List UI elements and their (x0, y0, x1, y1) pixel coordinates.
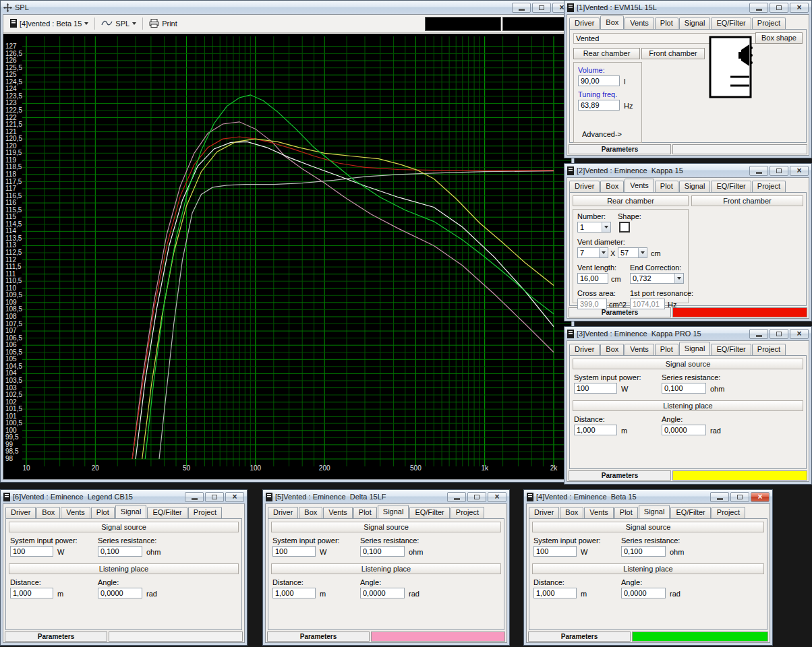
restore-button[interactable] (532, 3, 551, 13)
tab-eqfilter[interactable]: EQ/Filter (711, 344, 751, 355)
vent-diameter-combo-2[interactable]: 57 (618, 247, 647, 258)
resistance-field[interactable] (662, 383, 706, 394)
tab-vents[interactable]: Vents (625, 179, 654, 192)
angle-field[interactable] (621, 588, 666, 598)
resistance-field[interactable] (360, 546, 405, 557)
graph-type-dropdown[interactable]: SPL (98, 18, 140, 30)
tab-driver[interactable]: Driver (529, 507, 559, 518)
minimize-button[interactable] (710, 492, 729, 502)
restore-button[interactable] (770, 3, 788, 13)
tab-eqfilter[interactable]: EQ/Filter (147, 507, 187, 518)
tab-vents[interactable]: Vents (625, 18, 654, 29)
close-button[interactable]: × (790, 166, 809, 176)
vent-length-field[interactable] (577, 273, 608, 284)
tab-signal[interactable]: Signal (679, 181, 711, 192)
close-button[interactable]: × (751, 492, 770, 502)
volume-field[interactable] (578, 75, 620, 86)
tab-vents[interactable]: Vents (584, 507, 614, 518)
tab-vents[interactable]: Vents (61, 507, 90, 518)
titlebar[interactable]: [3]Vented : Eminence Kappa PRO 15 × (564, 327, 811, 340)
tab-plot[interactable]: Plot (655, 181, 678, 192)
tab-project[interactable]: Project (188, 507, 222, 518)
print-button[interactable]: Print (146, 18, 181, 30)
tab-plot[interactable]: Plot (655, 344, 678, 355)
close-button[interactable]: × (790, 329, 809, 339)
power-field[interactable] (574, 383, 617, 394)
listening-place-header[interactable]: Listening place (271, 563, 501, 574)
tab-driver[interactable]: Driver (569, 344, 600, 355)
tab-driver[interactable]: Driver (268, 507, 298, 518)
restore-button[interactable] (730, 492, 749, 502)
minimize-button[interactable] (447, 492, 466, 502)
minimize-button[interactable] (185, 492, 204, 502)
tab-box[interactable]: Box (299, 507, 322, 518)
vent-number-combo[interactable]: 1 (577, 222, 611, 233)
power-field[interactable] (272, 546, 316, 557)
vent-diameter-combo-1[interactable]: 7 (577, 247, 608, 258)
tab-plot[interactable]: Plot (614, 507, 638, 518)
tab-box[interactable]: Box (600, 344, 624, 355)
tab-driver[interactable]: Driver (569, 18, 600, 29)
distance-field[interactable] (574, 425, 617, 435)
vent-shape-square[interactable] (619, 222, 630, 233)
tab-signal[interactable]: Signal (639, 505, 670, 518)
signal-source-header[interactable]: Signal source (271, 522, 501, 532)
distance-field[interactable] (533, 588, 577, 598)
tab-project[interactable]: Project (752, 18, 786, 29)
tab-plot[interactable]: Plot (353, 507, 377, 518)
listening-place-header[interactable]: Listening place (532, 563, 764, 574)
power-field[interactable] (10, 546, 53, 557)
tab-signal[interactable]: Signal (378, 505, 409, 518)
signal-source-header[interactable]: Signal source (573, 359, 803, 369)
tab-box[interactable]: Box (36, 507, 60, 518)
tab-vents[interactable]: Vents (625, 344, 654, 355)
tab-vents[interactable]: Vents (323, 507, 353, 518)
end-correction-combo[interactable]: 0,732 (630, 273, 684, 284)
resistance-field[interactable] (98, 546, 142, 557)
tab-eqfilter[interactable]: EQ/Filter (409, 507, 449, 518)
tab-driver[interactable]: Driver (569, 181, 600, 192)
titlebar[interactable]: [6]Vented : Eminence Legend CB15 × (1, 490, 247, 503)
tab-plot[interactable]: Plot (655, 18, 678, 29)
restore-button[interactable] (467, 492, 486, 502)
distance-field[interactable] (272, 588, 316, 598)
tab-plot[interactable]: Plot (91, 507, 115, 518)
close-button[interactable]: × (488, 492, 506, 502)
titlebar[interactable]: [5]Vented : Eminence Delta 15LF × (263, 490, 509, 503)
restore-button[interactable] (770, 166, 788, 176)
rear-chamber-button[interactable]: Rear chamber (573, 48, 640, 59)
spl-chart[interactable]: 127126,5126125,5125124,5124123,5123122,5… (3, 34, 571, 479)
minimize-button[interactable] (749, 3, 768, 13)
tab-signal[interactable]: Signal (115, 505, 147, 518)
listening-place-header[interactable]: Listening place (573, 400, 803, 411)
restore-button[interactable] (205, 492, 224, 502)
rear-chamber-header[interactable]: Rear chamber (573, 195, 689, 206)
tab-signal[interactable]: Signal (679, 342, 711, 355)
front-chamber-button[interactable]: Front chamber (641, 48, 705, 59)
distance-field[interactable] (10, 588, 53, 598)
titlebar[interactable]: [2]Vented : Eminence Kappa 15 × (564, 164, 811, 177)
tab-project[interactable]: Project (752, 344, 786, 355)
spl-chart-canvas[interactable]: 127126,5126125,5125124,5124123,5123122,5… (3, 34, 571, 479)
tab-box[interactable]: Box (600, 181, 624, 192)
close-button[interactable]: × (790, 3, 809, 13)
resistance-field[interactable] (621, 546, 666, 557)
angle-field[interactable] (662, 425, 706, 435)
tab-project[interactable]: Project (752, 181, 786, 192)
listening-place-header[interactable]: Listening place (9, 563, 239, 574)
tab-eqfilter[interactable]: EQ/Filter (711, 18, 751, 29)
angle-field[interactable] (360, 588, 405, 598)
signal-source-header[interactable]: Signal source (9, 522, 239, 532)
tab-box[interactable]: Box (560, 507, 583, 518)
project-selector-dropdown[interactable]: [4]vented : Beta 15 (7, 18, 92, 30)
minimize-button[interactable] (749, 329, 768, 339)
restore-button[interactable] (770, 329, 788, 339)
tuning-freq-field[interactable] (578, 100, 620, 111)
tab-project[interactable]: Project (712, 507, 745, 518)
titlebar[interactable]: [1]Vented : EVM15L 15L × (564, 1, 811, 14)
minimize-button[interactable] (512, 3, 531, 13)
tab-eqfilter[interactable]: EQ/Filter (670, 507, 710, 518)
minimize-button[interactable] (749, 166, 768, 176)
close-button[interactable]: × (225, 492, 244, 502)
spl-titlebar[interactable]: SPL × (1, 1, 574, 14)
